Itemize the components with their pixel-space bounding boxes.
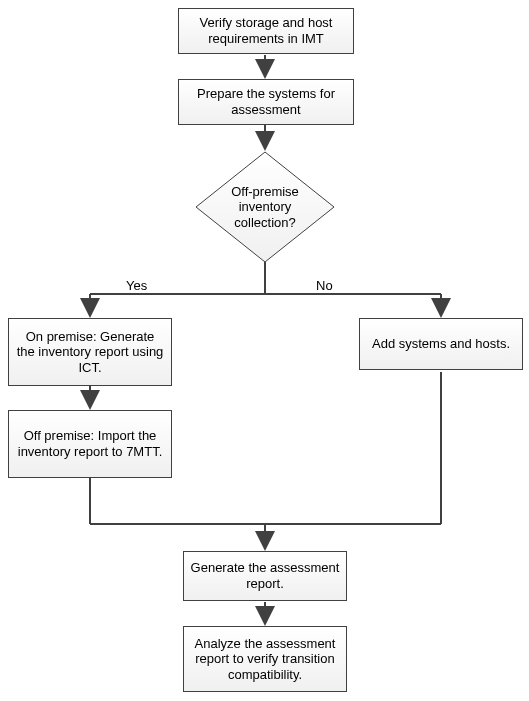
node-offprem-label: Off premise: Import the inventory report… [15,428,165,459]
node-add-label: Add systems and hosts. [372,336,510,352]
node-add: Add systems and hosts. [359,318,523,370]
node-decision: Off-premise inventory collection? [195,151,335,263]
node-generate-label: Generate the assessment report. [190,560,340,591]
flowchart-canvas: Verify storage and host requirements in … [0,0,529,701]
node-generate: Generate the assessment report. [183,551,347,601]
node-prepare: Prepare the systems for assessment [178,79,354,125]
edge-label-no: No [316,278,333,293]
node-analyze: Analyze the assessment report to verify … [183,626,347,692]
node-offprem: Off premise: Import the inventory report… [8,410,172,478]
node-prepare-label: Prepare the systems for assessment [185,86,347,117]
node-onprem: On premise: Generate the inventory repor… [8,318,172,386]
node-analyze-label: Analyze the assessment report to verify … [190,636,340,683]
node-verify-label: Verify storage and host requirements in … [185,15,347,46]
node-decision-label: Off-premise inventory collection? [207,184,323,231]
edge-label-yes: Yes [126,278,147,293]
node-onprem-label: On premise: Generate the inventory repor… [15,329,165,376]
node-verify: Verify storage and host requirements in … [178,8,354,54]
